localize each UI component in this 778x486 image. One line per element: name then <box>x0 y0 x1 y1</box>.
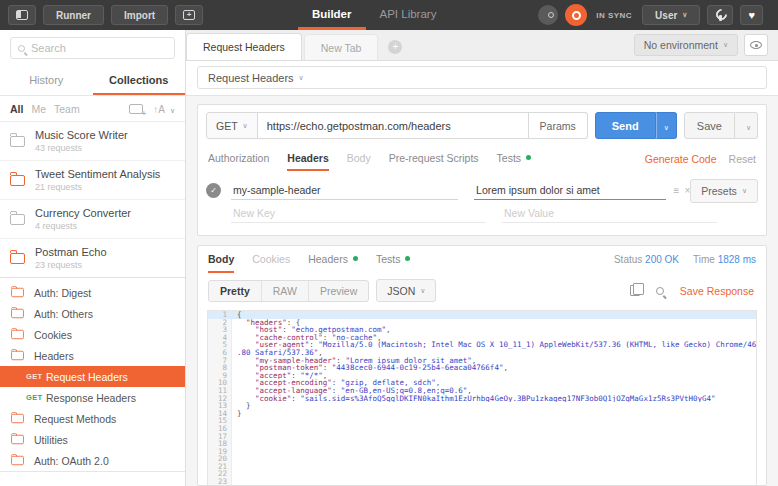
tree-folder-cookies[interactable]: Cookies <box>0 324 185 345</box>
tab-body[interactable]: Body <box>347 146 371 171</box>
new-window-button[interactable]: + <box>175 5 203 25</box>
collection-item[interactable]: Music Score Writer43 requests <box>0 122 185 161</box>
add-tab-button[interactable]: + <box>388 40 402 54</box>
workspace-tab-request-headers[interactable]: Request Headers <box>186 33 302 60</box>
chevron-down-icon: ∨ <box>170 107 175 114</box>
collection-item[interactable]: Tweet Sentiment Analysis21 requests <box>0 161 185 200</box>
reorder-handle-icon[interactable]: ≡ <box>674 185 680 196</box>
collection-item[interactable]: Postman Echo23 requests <box>0 239 185 278</box>
folder-icon <box>11 456 24 465</box>
format-select[interactable]: JSON∨ <box>376 279 436 302</box>
tab-pre-request-scripts[interactable]: Pre-request Scripts <box>389 146 479 171</box>
search-body-icon[interactable] <box>656 287 664 295</box>
new-value-input[interactable]: New Value <box>502 204 717 223</box>
runner-button[interactable]: Runner <box>43 5 104 25</box>
workspace-tab-new-tab[interactable]: New Tab <box>304 34 379 60</box>
collection-item[interactable]: Currency Converter4 requests <box>0 200 185 239</box>
green-dot-icon <box>526 155 531 160</box>
tree-folder-utilities[interactable]: Utilities <box>0 429 185 450</box>
tree-request-response-headers[interactable]: GETResponse Headers <box>0 387 185 408</box>
environment-label: No environment <box>644 39 718 51</box>
tree-folder-auth-others[interactable]: Auth: Others <box>0 303 185 324</box>
send-options-button[interactable]: ∨ <box>656 112 677 139</box>
request-name-bar: Request Headers∨ <box>186 61 778 96</box>
method-select[interactable]: GET∨ <box>206 112 258 139</box>
response-toolbar: Pretty RAW Preview JSON∨ Save Response <box>198 273 766 308</box>
search-input[interactable]: Search <box>10 37 175 59</box>
code-line: 13 } <box>208 402 756 410</box>
new-collection-icon[interactable] <box>129 104 143 114</box>
code-line: 9 "accept": "*/*", <box>208 372 756 380</box>
folder-icon <box>11 330 24 339</box>
code-line: 3 "host": "echo.getpostman.com", <box>208 326 756 334</box>
time-badge: Time 1828 ms <box>693 254 756 265</box>
tab-headers[interactable]: Headers <box>287 146 328 171</box>
header-value-input[interactable]: Lorem ipsum dolor si amet <box>474 181 666 200</box>
favorites-button[interactable]: ♥ <box>740 5 763 25</box>
params-button[interactable]: Params <box>529 112 588 139</box>
sidebar-toggle-button[interactable] <box>8 5 36 25</box>
tab-collections[interactable]: Collections <box>93 66 186 95</box>
capture-button[interactable] <box>538 5 558 25</box>
new-key-input[interactable]: New Key <box>231 204 486 223</box>
import-button[interactable]: Import <box>111 5 168 25</box>
view-pretty[interactable]: Pretty <box>209 281 262 301</box>
header-key-input[interactable]: my-sample-header <box>231 181 458 200</box>
send-button[interactable]: Send <box>595 112 656 139</box>
row-enabled-checkbox[interactable]: ✓ <box>206 183 221 198</box>
tab-response-headers[interactable]: Headers <box>308 246 358 273</box>
save-options-button[interactable]: ∨ <box>735 112 758 139</box>
capture-icon <box>548 12 554 18</box>
view-raw[interactable]: RAW <box>262 281 309 301</box>
save-response-link[interactable]: Save Response <box>680 285 754 297</box>
filter-all[interactable]: All <box>10 103 23 115</box>
workspace-tab-label: New Tab <box>321 42 362 54</box>
workspace-tab-label: Request Headers <box>203 41 285 53</box>
settings-button[interactable] <box>707 5 733 25</box>
chevron-down-icon: ∨ <box>243 122 248 130</box>
tree-folder-headers[interactable]: Headers <box>0 345 185 366</box>
reset-link[interactable]: Reset <box>729 153 756 165</box>
tree-folder-auth-digest[interactable]: Auth: Digest <box>0 282 185 303</box>
request-name-select[interactable]: Request Headers∨ <box>197 66 767 89</box>
tab-tests[interactable]: Tests <box>497 146 532 171</box>
url-input[interactable]: https://echo.getpostman.com/headers <box>258 112 529 139</box>
view-preview[interactable]: Preview <box>309 281 368 301</box>
environment-quicklook-button[interactable] <box>744 34 768 56</box>
filter-team[interactable]: Team <box>54 103 80 115</box>
generate-code-link[interactable]: Generate Code <box>645 153 717 165</box>
user-menu-label: User <box>655 10 677 21</box>
response-code: 1{2 "headers": {3 "host": "echo.getpostm… <box>208 311 756 485</box>
tab-history[interactable]: History <box>0 66 93 95</box>
tab-response-cookies[interactable]: Cookies <box>252 246 290 273</box>
line-number: 23 <box>208 478 232 485</box>
response-body-editor[interactable]: 1{2 "headers": {3 "host": "echo.getpostm… <box>207 310 757 485</box>
code-line: 11 "accept-language": "en-GB,en-US;q=0.8… <box>208 387 756 395</box>
filter-me[interactable]: Me <box>31 103 46 115</box>
code-line: 4 "cache-control": "no-cache", <box>208 334 756 342</box>
tab-builder[interactable]: Builder <box>298 0 366 30</box>
sidebar-toggle-icon <box>16 10 28 20</box>
presets-button[interactable]: Presets∨ <box>690 179 758 203</box>
tab-response-tests[interactable]: Tests <box>376 246 411 273</box>
tab-authorization[interactable]: Authorization <box>208 146 269 171</box>
tree-folder-auth-oauth[interactable]: Auth: OAuth 2.0 <box>0 450 185 471</box>
folder-icon <box>10 214 25 225</box>
tree-folder-request-methods[interactable]: Request Methods <box>0 408 185 429</box>
tab-response-body[interactable]: Body <box>208 246 234 273</box>
line-number: 6 <box>208 349 232 357</box>
tab-api-library[interactable]: API Library <box>366 0 451 30</box>
tree-request-request-headers[interactable]: GETRequest Headers <box>0 366 185 387</box>
save-button[interactable]: Save <box>684 112 735 139</box>
code-line: 6.80 Safari/537.36", <box>208 349 756 357</box>
user-menu-button[interactable]: User∨ <box>642 5 700 25</box>
send-group: Send ∨ <box>595 112 677 139</box>
folder-icon <box>10 175 25 186</box>
sync-button[interactable] <box>565 4 587 26</box>
topbar: Runner Import + Builder API Library IN S… <box>0 0 778 30</box>
collection-name: Postman Echo <box>35 246 107 258</box>
request-name-label: Request Headers <box>208 72 294 84</box>
copy-icon[interactable] <box>630 285 640 296</box>
environment-select[interactable]: No environment∨ <box>634 34 738 56</box>
sort-icon[interactable]: ↑A∨ <box>153 104 175 115</box>
